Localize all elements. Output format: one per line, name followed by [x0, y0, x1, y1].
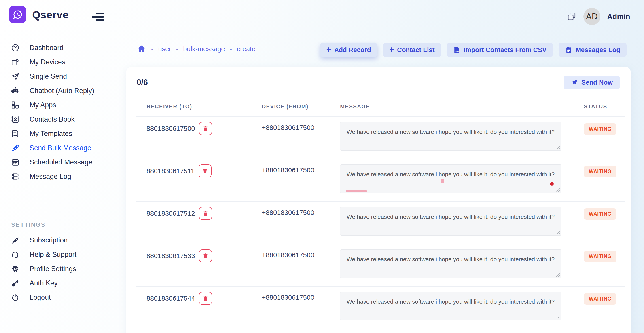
table-row: 8801830617544 +8801830617500 We have rel… — [136, 287, 625, 329]
apps-grid-icon — [10, 101, 20, 109]
sidebar-item-logout[interactable]: Logout — [0, 290, 125, 305]
sidebar: Dashboard My Devices Single Send — [0, 41, 125, 305]
delete-row-button[interactable] — [199, 122, 212, 135]
sidebar-item-auth-key[interactable]: Auth Key — [0, 276, 125, 290]
brand-name: Qserve — [32, 8, 68, 21]
trash-icon — [202, 253, 209, 259]
sidebar-item-label: Logout — [30, 294, 51, 302]
trash-icon — [202, 168, 208, 174]
breadcrumb-user[interactable]: user — [158, 45, 171, 53]
sidebar-item-label: My Devices — [30, 58, 65, 66]
device-number: +8801830617500 — [252, 292, 330, 329]
messages-log-button[interactable]: Messages Log — [558, 43, 626, 57]
delete-row-button[interactable] — [199, 249, 212, 262]
sidebar-item-label: Dashboard — [30, 44, 64, 52]
import-contacts-csv-button[interactable]: CSV Import Contacts From CSV — [447, 43, 553, 57]
copy-icon[interactable] — [566, 11, 577, 22]
sidebar-item-profile-settings[interactable]: Profile Settings — [0, 262, 125, 276]
sidebar-item-single-send[interactable]: Single Send — [0, 69, 125, 84]
bulk-message-card: 0/6 Send Now RECEIVER (TO) DEVICE (FROM)… — [126, 67, 630, 333]
sidebar-item-label: Help & Support — [30, 251, 76, 259]
send-progress-counter: 0/6 — [137, 78, 148, 87]
sidebar-item-label: Auth Key — [30, 279, 58, 287]
record-dot-icon — [550, 182, 554, 186]
sidebar-item-help-support[interactable]: Help & Support — [0, 247, 125, 262]
send-now-button[interactable]: Send Now — [564, 76, 620, 89]
power-icon — [10, 293, 20, 302]
breadcrumb-bulk-message[interactable]: bulk-message — [183, 45, 225, 53]
contacts-book-icon — [10, 115, 20, 124]
receiver-number: 8801830617512 — [146, 207, 195, 220]
device-number: +8801830617500 — [252, 249, 330, 286]
sidebar-item-my-devices[interactable]: My Devices — [0, 55, 125, 69]
sidebar-item-label: Single Send — [30, 72, 67, 80]
brand-logo[interactable]: Qserve — [9, 6, 68, 23]
sidebar-item-label: My Apps — [30, 101, 56, 109]
delete-row-button[interactable] — [198, 164, 212, 177]
toolbar: + Add Record + Contact List CSV Import C… — [320, 43, 626, 57]
sidebar-item-my-apps[interactable]: My Apps — [0, 98, 125, 112]
status-badge: WAITING — [584, 208, 616, 220]
sidebar-item-label: Subscription — [30, 236, 68, 244]
breadcrumb: - user - bulk-message - create — [137, 44, 256, 54]
plus-icon: + — [326, 46, 331, 54]
rocket-icon — [10, 143, 20, 152]
user-name[interactable]: Admin — [607, 12, 630, 21]
gear-icon — [10, 264, 20, 273]
sidebar-section-label: SETTINGS — [11, 221, 125, 228]
col-header-receiver: RECEIVER (TO) — [136, 103, 252, 110]
sidebar-item-label: My Templates — [30, 130, 72, 138]
home-icon[interactable] — [137, 44, 146, 54]
col-header-status: STATUS — [574, 103, 625, 110]
csv-file-icon: CSV — [453, 46, 461, 54]
sidebar-item-dashboard[interactable]: Dashboard — [0, 41, 125, 55]
status-badge: WAITING — [584, 293, 616, 305]
contact-list-button[interactable]: + Contact List — [383, 43, 441, 57]
trash-icon — [202, 295, 209, 302]
delete-row-button[interactable] — [199, 292, 212, 305]
bulk-message-table: RECEIVER (TO) DEVICE (FROM) MESSAGE STAT… — [136, 96, 625, 329]
calendar-icon — [10, 158, 20, 167]
sidebar-divider — [10, 215, 100, 215]
message-textarea[interactable]: We have released a new software i hope y… — [340, 164, 562, 193]
avatar[interactable]: AD — [584, 8, 600, 25]
message-log-icon — [10, 172, 20, 181]
breadcrumb-create[interactable]: create — [237, 45, 255, 53]
message-textarea[interactable]: We have released a new software i hope y… — [340, 207, 562, 236]
sidebar-item-label: Send Bulk Message — [30, 144, 91, 152]
sidebar-toggle-button[interactable] — [92, 12, 104, 21]
rocket-filled-icon — [10, 236, 20, 245]
delete-row-button[interactable] — [199, 207, 212, 220]
device-number: +8801830617500 — [252, 164, 330, 201]
clipboard-icon — [565, 46, 572, 54]
breadcrumb-separator: - — [151, 45, 153, 52]
message-textarea[interactable]: We have released a new software i hope y… — [340, 249, 562, 278]
send-icon — [571, 79, 578, 86]
sidebar-item-subscription[interactable]: Subscription — [0, 233, 125, 247]
breadcrumb-separator: - — [230, 45, 232, 52]
table-row: 8801830617500 +8801830617500 We have rel… — [136, 117, 625, 159]
sidebar-item-label: Profile Settings — [30, 265, 76, 273]
app-root: Qserve AD Admin Dashboard — [0, 0, 644, 333]
message-textarea[interactable]: We have released a new software i hope y… — [340, 122, 562, 151]
sidebar-item-my-templates[interactable]: My Templates — [0, 126, 125, 141]
add-record-button[interactable]: + Add Record — [320, 43, 377, 57]
table-header-row: RECEIVER (TO) DEVICE (FROM) MESSAGE STAT… — [136, 96, 625, 117]
message-textarea[interactable]: We have released a new software i hope y… — [340, 292, 562, 321]
sidebar-item-contacts-book[interactable]: Contacts Book — [0, 112, 125, 126]
table-row: 8801830617511 +8801830617500 We have rel… — [136, 159, 625, 202]
robot-icon — [10, 86, 20, 95]
whatsapp-logo-icon — [9, 6, 26, 23]
sidebar-item-send-bulk-message[interactable]: Send Bulk Message — [0, 141, 125, 155]
table-row: 8801830617512 +8801830617500 We have rel… — [136, 202, 625, 244]
table-row: 8801830617533 +8801830617500 We have rel… — [136, 244, 625, 287]
sidebar-item-scheduled-message[interactable]: Scheduled Message — [0, 155, 125, 169]
status-badge: WAITING — [584, 251, 616, 262]
sidebar-item-label: Scheduled Message — [30, 158, 92, 166]
status-badge: WAITING — [584, 123, 616, 135]
sidebar-item-message-log[interactable]: Message Log — [0, 169, 125, 184]
sidebar-item-chatbot[interactable]: Chatbot (Auto Reply) — [0, 84, 125, 98]
spellcheck-underline — [346, 190, 367, 192]
trash-icon — [202, 125, 209, 132]
paper-plane-icon — [10, 72, 20, 81]
